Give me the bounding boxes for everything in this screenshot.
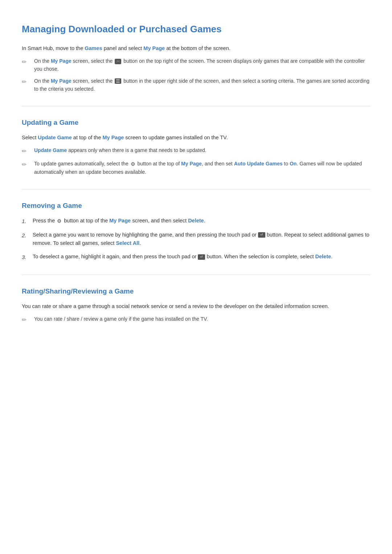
rating-note-1-text: You can rate / share / review a game onl…	[34, 315, 370, 323]
intro-note-1-text: On the My Page screen, select the 🎮 butt…	[34, 57, 370, 73]
updating-note-1: ✏ Update Game appears only when there is…	[22, 146, 370, 156]
rating-title: Rating/Sharing/Reviewing a Game	[22, 286, 370, 297]
delete-link-2: Delete	[315, 254, 331, 259]
intro-note-2-text: On the My Page screen, select the ☰ butt…	[34, 77, 370, 93]
step-3-text: To deselect a game, highlight it again, …	[33, 253, 370, 261]
updating-header: Updating a Game	[22, 106, 370, 128]
section-rating: Rating/Sharing/Reviewing a Game You can …	[22, 275, 370, 324]
intro-note-1: ✏ On the My Page screen, select the 🎮 bu…	[22, 57, 370, 73]
gear-icon-2: ⚙	[57, 217, 62, 225]
pencil-icon-5: ✏	[22, 315, 31, 325]
pencil-icon-1: ✏	[22, 57, 31, 67]
enter-icon-2: ⏎	[198, 254, 205, 260]
updating-intro: Select Update Game at top of the My Page…	[22, 134, 370, 142]
intro-line: In Smart Hub, move to the Games panel an…	[22, 44, 370, 53]
step-2-text: Select a game you want to remove by high…	[33, 231, 370, 247]
updating-note-2-text: To update games automatically, select th…	[34, 160, 370, 176]
gear-icon-1: ⚙	[131, 160, 135, 168]
removing-title: Removing a Game	[22, 200, 370, 211]
removing-header: Removing a Game	[22, 189, 370, 211]
step-num-2: 2.	[22, 231, 33, 240]
step-num-1: 1.	[22, 217, 33, 226]
mypage-ref-4: My Page	[181, 161, 202, 167]
page-title: Managing Downloaded or Purchased Games	[22, 22, 370, 37]
updating-title: Updating a Game	[22, 117, 370, 128]
section-updating: Updating a Game Select Update Game at to…	[22, 106, 370, 176]
mypage-highlight: My Page	[143, 45, 165, 51]
delete-link-1: Delete	[188, 218, 204, 223]
games-highlight: Games	[85, 45, 102, 51]
rating-intro: You can rate or share a game through a s…	[22, 302, 370, 311]
pencil-icon-2: ✏	[22, 77, 31, 87]
intro-note-2: ✏ On the My Page screen, select the ☰ bu…	[22, 77, 370, 93]
section-removing: Removing a Game 1. Press the ⚙ button at…	[22, 189, 370, 262]
mypage-ref: My Page	[51, 58, 72, 64]
list-icon: ☰	[115, 78, 121, 84]
mypage-ref-3: My Page	[102, 135, 124, 140]
rating-header: Rating/Sharing/Reviewing a Game	[22, 275, 370, 297]
removing-step-1: 1. Press the ⚙ button at top of the My P…	[22, 217, 370, 226]
on-highlight: On	[290, 161, 297, 167]
rating-note-1: ✏ You can rate / share / review a game o…	[22, 315, 370, 325]
gamepad-icon: 🎮	[115, 59, 121, 64]
enter-icon-1: ⏎	[258, 232, 265, 238]
update-game-link: Update Game	[38, 135, 72, 140]
mypage-ref-5: My Page	[109, 218, 131, 223]
removing-step-2: 2. Select a game you want to remove by h…	[22, 231, 370, 247]
mypage-ref-2: My Page	[51, 78, 72, 84]
update-game-highlight: Update Game	[34, 147, 67, 153]
pencil-icon-4: ✏	[22, 160, 31, 169]
updating-note-1-text: Update Game appears only when there is a…	[34, 146, 370, 154]
intro-section: In Smart Hub, move to the Games panel an…	[22, 44, 370, 93]
pencil-icon-3: ✏	[22, 147, 31, 156]
removing-list: 1. Press the ⚙ button at top of the My P…	[22, 217, 370, 262]
updating-note-2: ✏ To update games automatically, select …	[22, 160, 370, 176]
step-num-3: 3.	[22, 253, 33, 262]
removing-step-3: 3. To deselect a game, highlight it agai…	[22, 253, 370, 262]
auto-update-highlight: Auto Update Games	[234, 161, 283, 167]
step-1-text: Press the ⚙ button at top of the My Page…	[33, 217, 370, 225]
select-all-link: Select All	[116, 240, 139, 246]
